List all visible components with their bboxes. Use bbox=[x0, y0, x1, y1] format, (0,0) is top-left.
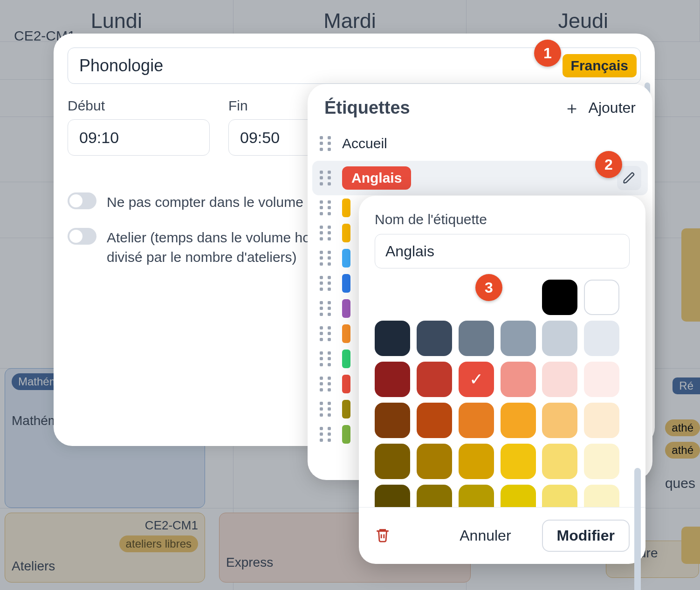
event-ateliers[interactable]: CE2-CM1 ateliers libres Ateliers bbox=[5, 513, 205, 583]
color-swatch[interactable] bbox=[417, 485, 452, 507]
tag-color-chip bbox=[342, 199, 350, 217]
drag-handle-icon[interactable] bbox=[320, 200, 333, 215]
event-math-partial-2: athé bbox=[665, 442, 700, 459]
event-peek-yellow-2 bbox=[681, 527, 700, 564]
trash-icon bbox=[375, 527, 391, 543]
color-swatch[interactable] bbox=[542, 280, 577, 315]
color-swatch[interactable] bbox=[417, 321, 452, 356]
tag-chip-anglais: Anglais bbox=[342, 166, 411, 190]
pencil-icon bbox=[623, 172, 636, 185]
event-subtext-class: CE2-CM1 bbox=[145, 518, 198, 532]
event-title-input[interactable] bbox=[79, 56, 563, 75]
toggle-exclude-volume[interactable] bbox=[68, 192, 96, 209]
color-swatch[interactable] bbox=[417, 403, 452, 438]
drag-handle-icon[interactable] bbox=[320, 326, 333, 341]
drag-handle-icon[interactable] bbox=[320, 402, 333, 417]
event-re-pill: Ré bbox=[673, 377, 700, 394]
drag-handle-icon[interactable] bbox=[320, 276, 333, 291]
tags-title: Étiquettes bbox=[324, 98, 410, 118]
drag-handle-icon[interactable] bbox=[320, 171, 333, 185]
event-ques-partial: ques bbox=[665, 475, 695, 491]
tag-color-chip bbox=[342, 425, 350, 444]
tag-color-chip bbox=[342, 350, 350, 368]
color-swatch-grid: ✓ bbox=[375, 280, 630, 507]
plus-icon: ＋ bbox=[563, 100, 580, 117]
start-label: Début bbox=[68, 98, 210, 114]
color-swatch[interactable] bbox=[459, 444, 494, 479]
color-swatch[interactable] bbox=[584, 362, 619, 397]
color-swatch[interactable] bbox=[459, 485, 494, 507]
drag-handle-icon[interactable] bbox=[320, 136, 333, 151]
confirm-button[interactable]: Modifier bbox=[542, 520, 630, 552]
color-swatch[interactable] bbox=[417, 444, 452, 479]
drag-handle-icon[interactable] bbox=[320, 301, 333, 316]
color-swatch[interactable] bbox=[584, 444, 619, 479]
tag-color-chip bbox=[342, 375, 350, 393]
color-swatch[interactable] bbox=[542, 403, 577, 438]
tag-name-input[interactable] bbox=[375, 234, 630, 268]
tag-color-chip bbox=[342, 400, 350, 418]
color-swatch[interactable] bbox=[375, 485, 410, 507]
cancel-button[interactable]: Annuler bbox=[446, 521, 525, 551]
event-text-ateliers: Ateliers bbox=[12, 559, 198, 574]
event-math-partial-1: athé bbox=[665, 419, 700, 436]
tag-name-label: Nom de l'étiquette bbox=[375, 212, 630, 227]
add-tag-label: Ajouter bbox=[589, 99, 636, 117]
drag-handle-icon[interactable] bbox=[320, 427, 333, 442]
color-swatch[interactable] bbox=[501, 403, 536, 438]
color-swatch[interactable] bbox=[542, 444, 577, 479]
color-swatch[interactable] bbox=[542, 321, 577, 356]
drag-handle-icon[interactable] bbox=[320, 377, 333, 391]
color-swatch[interactable] bbox=[501, 444, 536, 479]
tag-color-chip bbox=[342, 324, 350, 343]
drag-handle-icon[interactable] bbox=[320, 351, 333, 366]
color-swatch[interactable] bbox=[584, 403, 619, 438]
color-swatch[interactable] bbox=[501, 362, 536, 397]
color-swatch[interactable] bbox=[459, 403, 494, 438]
add-tag-button[interactable]: ＋ Ajouter bbox=[563, 99, 636, 117]
color-swatch[interactable] bbox=[417, 362, 452, 397]
tag-color-chip bbox=[342, 299, 350, 318]
toggle-exclude-volume-label: Ne pas compter dans le volume h bbox=[107, 192, 315, 212]
color-swatch[interactable] bbox=[375, 321, 410, 356]
drag-handle-icon[interactable] bbox=[320, 226, 333, 240]
color-swatch[interactable]: ✓ bbox=[459, 362, 494, 397]
color-swatch[interactable] bbox=[501, 321, 536, 356]
toggle-atelier[interactable] bbox=[68, 228, 96, 245]
color-swatch[interactable] bbox=[375, 403, 410, 438]
drag-handle-icon[interactable] bbox=[320, 251, 333, 266]
tag-color-chip bbox=[342, 274, 350, 293]
event-peek-yellow-1 bbox=[681, 228, 700, 322]
color-swatch[interactable] bbox=[375, 362, 410, 397]
delete-tag-button[interactable] bbox=[375, 527, 391, 545]
tag-color-chip bbox=[342, 249, 350, 268]
color-swatch[interactable] bbox=[584, 485, 619, 507]
callout-2: 2 bbox=[595, 151, 622, 178]
check-icon: ✓ bbox=[469, 370, 483, 389]
tag-color-chip bbox=[342, 224, 350, 242]
subject-tag[interactable]: Français bbox=[563, 54, 637, 77]
tag-label-accueil: Accueil bbox=[342, 136, 387, 151]
color-swatch[interactable] bbox=[459, 321, 494, 356]
color-swatch[interactable] bbox=[542, 485, 577, 507]
start-time-input[interactable]: 09:10 bbox=[68, 119, 210, 156]
tag-editor-scrollbar[interactable] bbox=[634, 468, 641, 590]
color-swatch[interactable] bbox=[584, 280, 619, 315]
event-pill-ateliers: ateliers libres bbox=[119, 535, 198, 552]
color-swatch[interactable] bbox=[375, 444, 410, 479]
tag-editor-popover: Nom de l'étiquette ✓ Annuler Modifier bbox=[359, 196, 645, 564]
color-swatch[interactable] bbox=[542, 362, 577, 397]
color-swatch[interactable] bbox=[501, 485, 536, 507]
callout-1: 1 bbox=[534, 40, 561, 67]
callout-3: 3 bbox=[475, 274, 502, 301]
color-swatch[interactable] bbox=[584, 321, 619, 356]
